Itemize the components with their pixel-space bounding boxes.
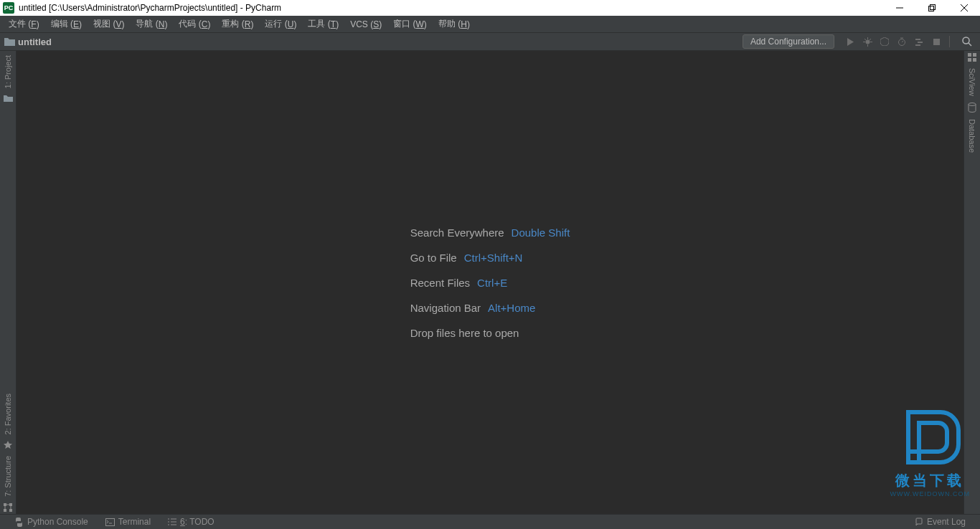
svg-rect-30 (968, 58, 971, 62)
editor-hint: Search EverywhereDouble Shift (410, 227, 570, 239)
terminal-label: Terminal (118, 517, 151, 527)
menu-编辑[interactable]: 编辑 (E) (45, 16, 88, 32)
toolbar-separator (949, 36, 950, 47)
menu-视图[interactable]: 视图 (V) (88, 16, 130, 32)
menu-vcs[interactable]: VCS (S) (344, 16, 387, 32)
editor-hint: Go to FileCtrl+Shift+N (410, 252, 570, 264)
right-tool-stripe: SciViewDatabase (963, 51, 980, 514)
add-configuration-button[interactable]: Add Configuration... (743, 34, 834, 49)
hint-shortcut: Ctrl+E (477, 277, 507, 289)
terminal-tab[interactable]: Terminal (105, 517, 151, 527)
svg-line-13 (902, 41, 903, 42)
profiler-button[interactable] (893, 34, 910, 49)
python-icon (14, 518, 24, 527)
svg-rect-28 (968, 53, 971, 57)
breadcrumb[interactable]: untitled (18, 37, 52, 47)
app-icon: PC (3, 2, 14, 14)
todo-label: 6: TODO (180, 517, 215, 527)
hint-label: Go to File (410, 252, 457, 264)
menu-导航[interactable]: 导航 (N) (130, 16, 173, 32)
svg-rect-33 (105, 518, 114, 525)
menu-bar: 文件 (F)编辑 (E)视图 (V)导航 (N)代码 (C)重构 (R)运行 (… (0, 16, 980, 33)
svg-rect-21 (4, 503, 6, 506)
database-tool-tab[interactable]: Database (968, 115, 976, 157)
svg-rect-2 (930, 5, 935, 10)
menu-代码[interactable]: 代码 (C) (173, 16, 216, 32)
window-titlebar: PC untitled [C:\Users\Administrator\Pych… (0, 0, 980, 16)
navigation-bar: untitled Add Configuration... (0, 33, 980, 51)
svg-rect-24 (9, 509, 12, 512)
svg-point-32 (969, 103, 976, 105)
svg-line-11 (870, 39, 871, 40)
folder-icon (4, 37, 15, 46)
main-area: 1: Project 2: Favorites7: Structure Sear… (0, 51, 980, 514)
svg-rect-1 (928, 6, 933, 11)
svg-rect-22 (9, 503, 12, 506)
structure-tool-tab[interactable]: 7: Structure (4, 452, 12, 501)
editor-hint: Drop files here to open (410, 327, 570, 339)
hint-label: Drop files here to open (410, 327, 519, 339)
svg-point-19 (963, 37, 969, 44)
maximize-button[interactable] (915, 0, 948, 16)
python-console-label: Python Console (27, 517, 88, 527)
minimize-button[interactable] (883, 0, 915, 16)
run-button[interactable] (842, 34, 859, 49)
svg-point-5 (865, 39, 870, 44)
close-button[interactable] (948, 0, 980, 16)
sciview-icon (968, 51, 976, 64)
event-log-tab[interactable]: Event Log (915, 517, 966, 527)
todo-tab[interactable]: 6: TODO (168, 517, 215, 527)
python-console-tab[interactable]: Python Console (14, 517, 88, 527)
project-tool-tab-icon (4, 92, 13, 104)
svg-line-10 (864, 39, 866, 40)
concurrency-button[interactable] (910, 34, 928, 49)
menu-运行[interactable]: 运行 (U) (259, 16, 302, 32)
hint-label: Recent Files (410, 277, 470, 289)
menu-工具[interactable]: 工具 (T) (302, 16, 344, 32)
menu-帮助[interactable]: 帮助 (H) (433, 16, 476, 32)
stop-button[interactable] (928, 34, 945, 49)
hint-shortcut: Double Shift (512, 227, 570, 239)
svg-rect-40 (916, 518, 922, 524)
hint-label: Search Everywhere (410, 227, 504, 239)
event-log-label: Event Log (927, 517, 966, 527)
menu-重构[interactable]: 重构 (R) (216, 16, 259, 32)
left-tool-stripe: 1: Project 2: Favorites7: Structure (0, 51, 17, 514)
hint-shortcut: Ctrl+Shift+N (464, 252, 523, 264)
hint-shortcut: Alt+Home (488, 302, 535, 314)
list-icon (168, 518, 176, 526)
debug-button[interactable] (859, 34, 876, 49)
search-icon[interactable] (958, 34, 976, 49)
svg-rect-31 (973, 58, 976, 62)
favorites-tool-tab-icon (4, 439, 12, 452)
editor-hint: Navigation BarAlt+Home (410, 302, 570, 314)
window-title: untitled [C:\Users\Administrator\Pycharm… (19, 3, 883, 13)
menu-文件[interactable]: 文件 (F) (3, 16, 45, 32)
coverage-button[interactable] (876, 34, 893, 49)
sciview-tool-tab[interactable]: SciView (968, 64, 976, 100)
database-icon (968, 100, 976, 115)
editor-empty-state[interactable]: Search EverywhereDouble ShiftGo to FileC… (17, 51, 963, 514)
svg-rect-23 (4, 509, 6, 512)
event-log-icon (915, 518, 923, 526)
svg-rect-29 (973, 53, 976, 57)
svg-rect-18 (933, 39, 940, 45)
favorites-tool-tab[interactable]: 2: Favorites (4, 389, 12, 439)
terminal-icon (105, 518, 115, 526)
menu-窗口[interactable]: 窗口 (W) (387, 16, 433, 32)
structure-tool-tab-icon (4, 501, 12, 514)
tool-window-bar: Python Console Terminal 6: TODO Event Lo… (0, 514, 980, 529)
project-tool-tab[interactable]: 1: Project (4, 51, 12, 92)
svg-line-20 (969, 43, 971, 46)
editor-hint: Recent FilesCtrl+E (410, 277, 570, 289)
hint-label: Navigation Bar (410, 302, 481, 314)
